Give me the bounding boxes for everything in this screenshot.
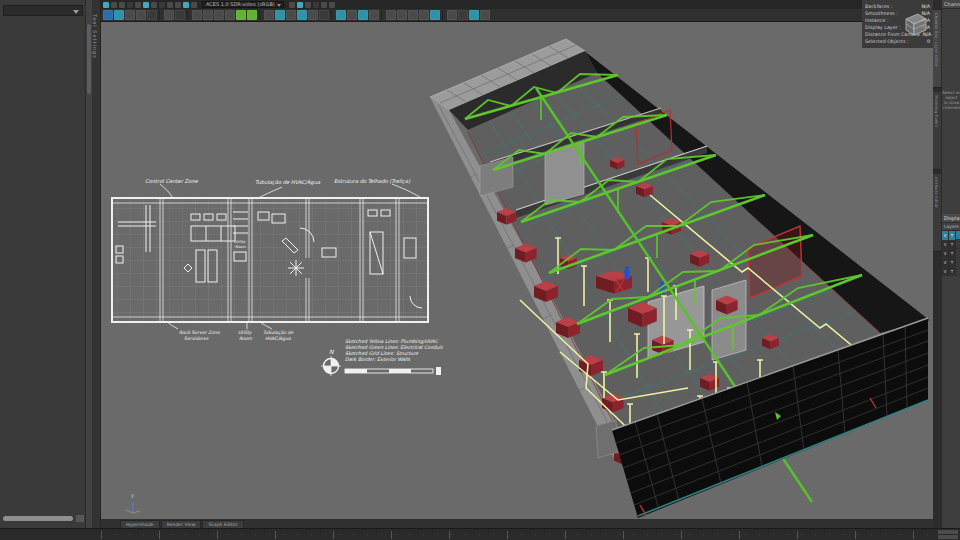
view-axis-indicator: y (125, 499, 141, 515)
tool-icon[interactable] (159, 2, 165, 8)
outliner-filter-dropdown[interactable] (3, 5, 83, 16)
shelf-icon[interactable] (103, 10, 113, 20)
shelf-icon[interactable] (369, 10, 379, 20)
shelf-icon[interactable] (408, 10, 418, 20)
shelf-icon[interactable] (358, 10, 368, 20)
3d-building-model (430, 39, 930, 518)
tab-modeling-toolkit-label: Modeling Toolkit (934, 95, 939, 127)
tool-icon[interactable] (305, 2, 311, 8)
snap-point-icon[interactable] (143, 2, 149, 8)
perspective-viewport[interactable]: Control Center Zone Tubulação de HVAC/Ág… (101, 22, 933, 519)
shelf-icon[interactable] (114, 10, 124, 20)
layer-row[interactable]: VT (942, 258, 960, 267)
pencil-sketch-icon[interactable] (247, 10, 257, 20)
shelf-icon[interactable] (430, 10, 440, 20)
scrollbar-corner (76, 515, 84, 522)
maya-window: ACES 1.0 SDR-video (sRGB) (0, 0, 960, 540)
shelf-icon[interactable] (458, 10, 468, 20)
shelf-icon[interactable] (225, 10, 235, 20)
tab-attribute-editor[interactable]: Attribute Editor (933, 174, 941, 252)
plan-label-rack1: Rack Server Zone (179, 330, 221, 335)
layers-menu[interactable]: Layers (942, 223, 960, 231)
hud-label: Display Layer : (865, 24, 901, 31)
tool-settings-collapsed-tab[interactable]: Tool Settings (92, 0, 101, 528)
layer-row[interactable]: VT (942, 231, 960, 240)
outliner-panel (0, 0, 86, 528)
plan-label-utility2: Room (239, 336, 253, 341)
color-management-select[interactable]: ACES 1.0 SDR-video (sRGB) (202, 1, 284, 8)
tool-icon[interactable] (289, 2, 295, 8)
shelf-icon[interactable] (286, 10, 296, 20)
shelf-icon[interactable] (480, 10, 490, 20)
tool-icon[interactable] (191, 2, 197, 8)
north-compass: N (321, 348, 341, 376)
channels-menu[interactable]: Channels (942, 0, 960, 9)
svg-text:Sketched Grid Lines: Structure: Sketched Grid Lines: Structure (345, 351, 419, 356)
viewport-canvas: Control Center Zone Tubulação de HVAC/Ág… (101, 22, 933, 519)
shelf-icon[interactable] (386, 10, 396, 20)
tab-render-view[interactable]: Render View (161, 520, 202, 528)
shelf-icon[interactable] (319, 10, 329, 20)
shelf-icon[interactable] (192, 10, 202, 20)
tool-icon[interactable] (119, 2, 125, 8)
shelf-icon[interactable] (308, 10, 318, 20)
hud-label: Smoothness : (865, 10, 898, 17)
shelf-icon[interactable] (297, 10, 307, 20)
horizontal-scrollbar[interactable] (3, 516, 73, 521)
hud-label: Selected Objects : (865, 38, 909, 45)
svg-text:Dark Border: Exterior Walls: Dark Border: Exterior Walls (345, 357, 411, 362)
shelf-icon[interactable] (469, 10, 479, 20)
shelf-icon[interactable] (336, 10, 346, 20)
shelf-icon[interactable] (203, 10, 213, 20)
shelf-icon[interactable] (347, 10, 357, 20)
ipr-render-icon[interactable] (183, 2, 189, 8)
shelf-icon[interactable] (136, 10, 146, 20)
hud-label: Backfaces : (865, 3, 893, 10)
shelf-icon[interactable] (125, 10, 135, 20)
shelf-icon[interactable] (264, 10, 274, 20)
tool-icon[interactable] (151, 2, 157, 8)
floorplan-sketch: Control Center Zone Tubulação de HVAC/Ág… (112, 178, 444, 376)
display-header[interactable]: Display (942, 214, 960, 223)
channel-box-hint: Select an object to show channels (942, 90, 960, 110)
plan-label-roof: Estrutura do Telhado (Treliça) (334, 178, 411, 184)
shelf-icon[interactable] (147, 10, 157, 20)
plan-room-utility2: Room (235, 244, 246, 249)
tool-icon[interactable] (297, 2, 303, 8)
render-icon[interactable] (175, 2, 181, 8)
selection-mask-icon[interactable] (103, 2, 109, 8)
pencil-sketch-icon[interactable] (236, 10, 246, 20)
tool-icon[interactable] (321, 2, 327, 8)
shelf-icon[interactable] (214, 10, 224, 20)
plan-label-rack2: Servidores (184, 336, 209, 341)
range-field[interactable] (938, 530, 958, 534)
shelf-icon[interactable] (275, 10, 285, 20)
history-icon[interactable] (167, 2, 173, 8)
range-field[interactable] (938, 535, 958, 539)
snap-grid-icon[interactable] (135, 2, 141, 8)
tab-attribute-editor-label: Attribute Editor (934, 177, 939, 208)
tab-modeling-toolkit[interactable]: Modeling Toolkit (933, 92, 941, 170)
tool-icon[interactable] (127, 2, 133, 8)
tool-icon[interactable] (111, 2, 117, 8)
tab-graph-editor[interactable]: Graph Editor (202, 520, 243, 528)
shelf-icon[interactable] (164, 10, 174, 20)
layer-row[interactable]: VT (942, 249, 960, 258)
plan-label-hvac-top: Tubulação de HVAC/Água (255, 179, 321, 186)
shelf-icon[interactable] (447, 10, 457, 20)
svg-text:Sketched Yellow Lines: Plumbin: Sketched Yellow Lines: Plumbing/HVAC (345, 339, 438, 344)
tool-icon[interactable] (329, 2, 335, 8)
tool-icon[interactable] (313, 2, 319, 8)
time-slider-bar[interactable] (0, 528, 960, 540)
tab-hypershade[interactable]: Hypershade (120, 520, 160, 528)
layer-row[interactable]: VT (942, 267, 960, 276)
shelf-icon[interactable] (419, 10, 429, 20)
tab-channel-box[interactable]: Channel Box / Layer Editor (933, 10, 941, 88)
plan-legend: Sketched Yellow Lines: Plumbing/HVAC Ske… (345, 339, 444, 362)
scale-bar (345, 367, 441, 375)
layer-row[interactable]: VT (942, 240, 960, 249)
plan-label-utility1: Utility (238, 330, 253, 335)
shelf-icon[interactable] (397, 10, 407, 20)
timeline-ticks[interactable] (101, 531, 931, 539)
shelf-icon[interactable] (175, 10, 185, 20)
